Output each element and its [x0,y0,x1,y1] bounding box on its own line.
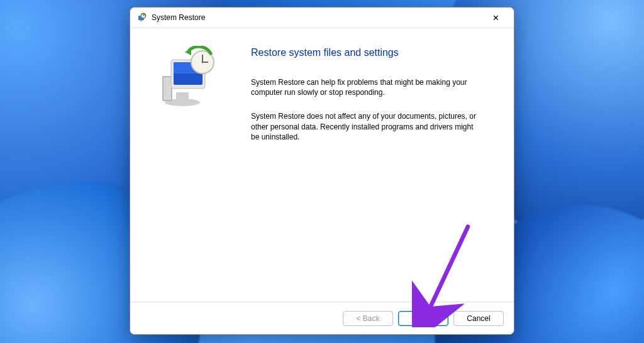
page-heading: Restore system files and settings [251,47,489,58]
close-icon: ✕ [492,13,499,23]
dialog-footer: < Back Next > Cancel [130,302,514,334]
cancel-button[interactable]: Cancel [453,311,504,326]
sidebar-graphic-area [130,28,240,302]
description-paragraph-2: System Restore does not affect any of yo… [251,111,477,142]
description-paragraph-1: System Restore can help fix problems tha… [251,77,477,97]
main-panel: Restore system files and settings System… [240,28,514,302]
svg-rect-5 [176,92,189,101]
svg-rect-7 [164,77,171,100]
restore-icon [136,13,147,23]
titlebar: System Restore ✕ [130,8,514,28]
dialog-content: Restore system files and settings System… [130,28,514,302]
window-title: System Restore [152,13,482,22]
back-button[interactable]: < Back [343,311,393,326]
close-button[interactable]: ✕ [482,9,509,26]
svg-marker-15 [185,48,191,55]
system-restore-dialog: System Restore ✕ [130,7,514,335]
restore-large-icon [152,46,221,111]
svg-rect-1 [140,20,143,21]
next-button[interactable]: Next > [398,311,448,326]
